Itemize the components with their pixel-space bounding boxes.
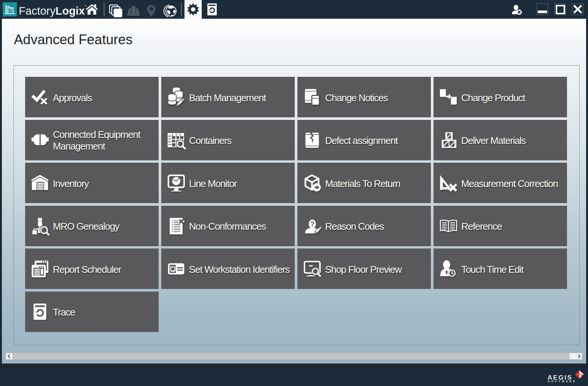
- svg-text:?: ?: [310, 220, 315, 228]
